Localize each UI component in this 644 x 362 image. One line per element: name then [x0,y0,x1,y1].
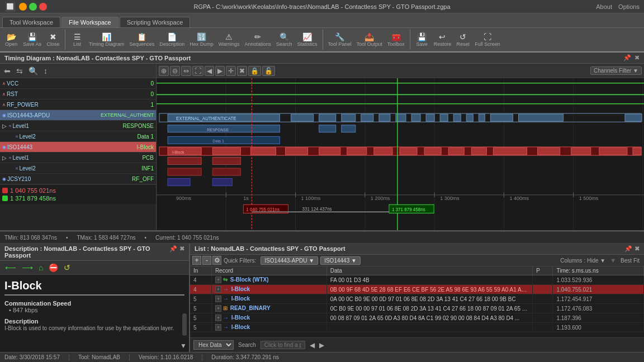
maximize-button[interactable] [29,3,37,11]
timing-panel-controls: 📌 ✖ [623,54,640,61]
cell-in: 5 [190,294,211,304]
about-link[interactable]: About [596,3,612,10]
footer-prev-button[interactable]: ◀ [310,341,315,349]
hex-data-dropdown[interactable]: Hex Data [193,340,234,350]
restore-button[interactable]: ↩ Restore [432,32,454,47]
cursor-del-button[interactable]: ✖ [237,66,247,76]
toolbox-button[interactable]: 🧰 Toolbox [385,32,407,47]
close-button[interactable]: ✖ Close [44,32,62,47]
cursor-lock-button[interactable]: 🔒 [248,66,261,76]
timing-channels: ⬅ ⇆ 🔍 ↕ ∧ VCC 0 ∧ RST 0 [0,64,157,230]
save-workspace-button[interactable]: 💾 Save [413,32,431,47]
channel-apdu-level1[interactable]: ▷ ≈ Level1 RESPONSE [0,121,156,131]
search-button[interactable]: 🔍 Search [274,32,295,47]
timing-pin-icon[interactable]: 📌 [623,54,631,61]
cursor-add-button[interactable]: ✛ [226,66,236,76]
channels-toolbar-btn2[interactable]: ⇆ [15,66,25,76]
list-button[interactable]: ☰ List [68,32,86,47]
table-row[interactable]: 5 + → I-Block 0A 00 0C B0 9E 00 0D 97 01… [190,294,644,304]
remove-filter-button[interactable]: - [202,256,211,265]
full-screen-button[interactable]: ⛶ Full Screen [472,32,503,47]
table-row[interactable]: 4 + ⇆ S-Block (WTX) FA 00 01 D3 4B 1.033… [190,275,644,285]
channel-vcc[interactable]: ∧ VCC 0 [0,78,156,89]
desc-pin-icon[interactable]: 📌 [169,245,177,259]
zoom-sel-button[interactable]: ⛶ [192,66,203,76]
channel-rst-icon: ∧ [2,92,6,97]
cell-record: + → I-Block [211,313,326,323]
close-window-button[interactable] [39,3,47,11]
cell-record: + ⊞ READ_BINARY [211,304,326,313]
timing-diagram-button[interactable]: 📊 Timing Diagram [87,32,126,47]
filter-apdu-button[interactable]: ISO14443-APDU ▼ [261,256,318,265]
desc-refresh-button[interactable]: ↺ [62,263,72,273]
columns-button[interactable]: Columns : Hide ▼ [558,257,608,264]
filter-iso14443-button[interactable]: ISO14443 ▼ [320,256,361,265]
table-row[interactable]: 4 + → I-Block 0B 00 9F 68 4D 5E 28 68 EF… [190,285,644,294]
channel-rst[interactable]: ∧ RST 0 [0,89,156,99]
cursor-unlock-button[interactable]: 🔓 [262,66,275,76]
desc-home-button[interactable]: ⌂ [37,263,45,273]
description-scroll-indicator[interactable] [182,313,187,336]
save-as-button[interactable]: 💾 Save As [21,32,44,47]
settings-filter-button[interactable]: ⚙ [212,256,221,265]
cursor-red-value: 1 040 755 021ns [10,187,56,194]
channel-rf-power[interactable]: ∧ RF_POWER 1 [0,99,156,110]
table-row[interactable]: 5 + → I-Block 00 08 87 09 01 2A 65 0D A3… [190,313,644,323]
channels-toolbar-btn3[interactable]: 🔍 [27,66,40,76]
description-button[interactable]: 📄 Description [157,32,187,47]
nav-left-button[interactable]: ◀ [205,66,214,76]
statistics-button[interactable]: 📈 Statistics [295,32,320,47]
expand-btn[interactable]: + [215,286,221,293]
description-more-arrow[interactable]: ▼ [180,342,187,350]
table-row[interactable]: 5 + → I-Block 1.193.600 [190,323,644,332]
list-table[interactable]: In Record Data P Time: s.ms.us.ns 4 + [190,266,644,337]
zoom-fit-button[interactable]: ⇔ [181,66,191,76]
warnings-button[interactable]: ⚠ Warnings [216,32,242,47]
channels-toolbar-btn1[interactable]: ⬅ [2,66,12,76]
list-close-icon[interactable]: ✖ [634,245,640,253]
footer-next-button[interactable]: ▶ [319,341,324,349]
table-row[interactable]: 5 + ⊞ READ_BINARY 0C B0 9E 00 00 97 01 0… [190,304,644,313]
open-button[interactable]: 📂 Open [2,32,20,47]
timing-waveform[interactable]: EXTERNAL_AUTHENTICATE [157,78,644,230]
channel-iso-l2-icon: ≈ [16,166,18,171]
best-fit-button[interactable]: Best Fit [618,257,642,264]
channel-iso14443-level1[interactable]: ▷ ≈ Level1 PCB [0,153,156,163]
expand-btn[interactable]: + [215,315,221,321]
zoom-in-button[interactable]: ⊕ [159,66,169,76]
timing-close-icon[interactable]: ✖ [634,54,640,61]
nav-right-button[interactable]: ▶ [215,66,225,76]
channels-filter-btn[interactable]: Channels Filter ▼ [590,66,642,75]
channel-iso14443-apdu[interactable]: ◉ ISO14443-APDU EXTERNAL_AUTHENT [0,110,156,121]
channel-iso14443[interactable]: ◉ ISO14443 I-Block [0,142,156,153]
channels-toolbar-btn4[interactable]: ↕ [42,66,49,76]
channel-apdu-level2[interactable]: ≈ Level2 Data 1 [0,131,156,142]
tab-file-workspace[interactable]: File Workspace [61,17,119,27]
expand-btn[interactable]: + [215,324,221,331]
list-pin-icon[interactable]: 📌 [624,245,632,253]
expand-btn[interactable]: + [215,277,221,283]
add-filter-button[interactable]: + [192,256,201,265]
desc-back-button[interactable]: ⟵ [3,263,18,273]
zoom-out-button[interactable]: ⊖ [170,66,180,76]
tab-tool-workspace[interactable]: Tool Workspace [2,17,60,27]
expand-btn[interactable]: + [215,296,221,302]
desc-close-icon[interactable]: ✖ [179,245,184,259]
desc-stop-button[interactable]: ⛔ [47,263,60,273]
channel-jcsy[interactable]: ◉ JCSY210 RF_OFF [0,174,156,184]
minimize-button[interactable] [19,3,27,11]
reset-button[interactable]: ↺ Reset [454,32,472,47]
options-link[interactable]: Options [618,3,640,10]
tool-output-button[interactable]: 📤 Tool Output [354,32,385,47]
tab-scripting-workspace[interactable]: Scripting Workspace [120,17,191,27]
desc-forward-button[interactable]: ⟶ [20,263,35,273]
annotations-button[interactable]: ✏ Annotations [243,32,274,47]
sequences-button[interactable]: 📋 Sequences [127,32,157,47]
app-icon: 🔲 [4,1,16,12]
cell-time: 1.172.476.083 [553,304,644,313]
channel-iso14443-level2[interactable]: ≈ Level2 INF1 [0,163,156,174]
hex-dump-button[interactable]: 🔢 Hex Dump [187,32,216,47]
tool-panel-button[interactable]: 🔧 Tool Panel [326,32,354,47]
footer-search-input[interactable] [261,341,305,349]
expand-btn[interactable]: + [215,305,221,312]
